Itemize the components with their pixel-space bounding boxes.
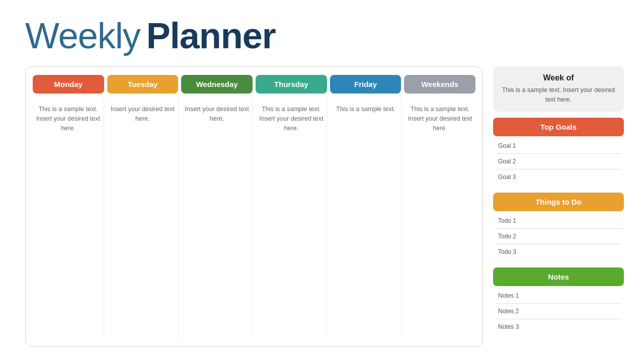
goal-item-1: Goal 1 — [495, 138, 622, 154]
day-button-wednesday[interactable]: Wednesday — [181, 75, 253, 94]
day-cell-weekends: This is a sample text. Insert your desir… — [405, 99, 475, 338]
week-of-box: Week of This is a sample text. Insert yo… — [493, 66, 624, 112]
day-cell-tuesday: Insert your desired text here. — [107, 99, 179, 338]
notes-section: Notes Notes 1Notes 2Notes 3 — [493, 267, 624, 336]
goal-item-3: Goal 3 — [495, 169, 622, 185]
day-cell-thursday: This is a sample text. Insert your desir… — [256, 99, 327, 338]
weekly-grid: MondayTuesdayWednesdayThursdayFridayWeek… — [25, 66, 483, 347]
day-col-0: Monday — [33, 75, 104, 94]
day-col-5: Weekends — [404, 75, 475, 94]
day-col-3: Thursday — [256, 75, 327, 94]
notes-item-1: Notes 1 — [495, 288, 622, 304]
days-header: MondayTuesdayWednesdayThursdayFridayWeek… — [33, 75, 475, 94]
sidebar: Week of This is a sample text. Insert yo… — [493, 66, 624, 347]
day-col-2: Wednesday — [181, 75, 253, 94]
day-button-friday[interactable]: Friday — [330, 75, 401, 94]
notes-item-3: Notes 3 — [495, 319, 622, 334]
day-button-tuesday[interactable]: Tuesday — [107, 75, 179, 94]
days-content: This is a sample text. Insert your desir… — [33, 99, 475, 338]
notes-items: Notes 1Notes 2Notes 3 — [493, 286, 624, 336]
day-cell-friday: This is a sample text. — [330, 99, 401, 338]
todo-item-1: Todo 1 — [495, 213, 622, 229]
day-col-4: Friday — [330, 75, 401, 94]
day-col-1: Tuesday — [107, 75, 179, 94]
todo-item-2: Todo 2 — [495, 229, 622, 244]
things-to-do-header: Things to Do — [493, 193, 624, 211]
top-goals-section: Top Goals Goal 1Goal 2Goal 3 — [493, 118, 624, 187]
day-button-thursday[interactable]: Thursday — [256, 75, 327, 94]
week-of-text: This is a sample text. Insert your desir… — [501, 85, 616, 105]
day-cell-monday: This is a sample text. Insert your desir… — [33, 99, 104, 338]
top-goals-items: Goal 1Goal 2Goal 3 — [493, 136, 624, 187]
day-cell-wednesday: Insert your desired text here. — [182, 99, 253, 338]
top-goals-header: Top Goals — [493, 118, 624, 136]
todo-item-3: Todo 3 — [495, 244, 622, 259]
notes-header: Notes — [493, 267, 624, 286]
title-light: Weekly — [25, 15, 140, 56]
things-to-do-items: Todo 1Todo 2Todo 3 — [493, 211, 624, 261]
title-bold: Planner — [146, 15, 276, 56]
page-title: Weekly Planner — [25, 15, 624, 56]
goal-item-2: Goal 2 — [495, 154, 622, 169]
day-button-weekends[interactable]: Weekends — [404, 75, 475, 94]
week-of-title: Week of — [501, 73, 616, 82]
main-content: MondayTuesdayWednesdayThursdayFridayWeek… — [25, 66, 624, 347]
things-to-do-section: Things to Do Todo 1Todo 2Todo 3 — [493, 193, 624, 261]
day-button-monday[interactable]: Monday — [33, 75, 104, 94]
notes-item-2: Notes 2 — [495, 304, 622, 319]
